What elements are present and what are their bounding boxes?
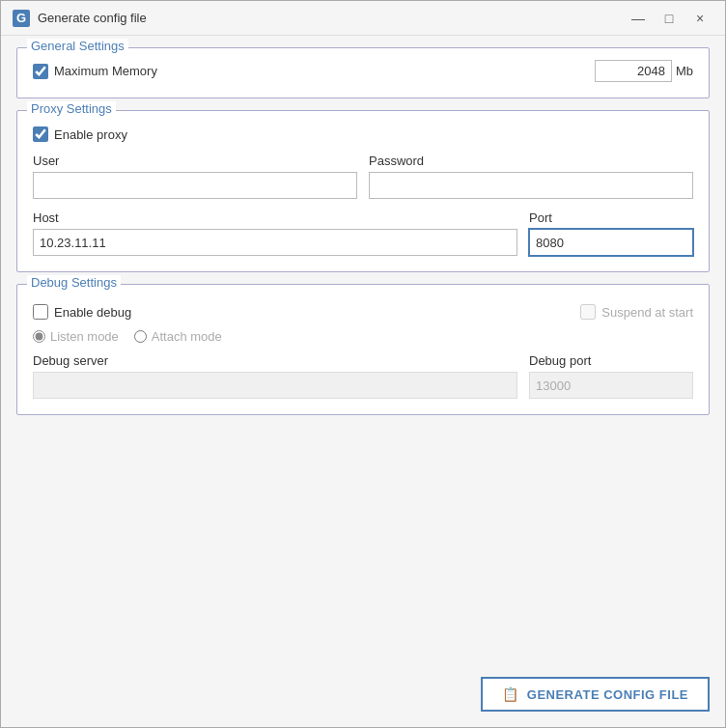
host-port-row: Host Port — [33, 210, 693, 256]
window-controls: — □ × — [625, 8, 713, 29]
debug-port-field: Debug port — [529, 353, 693, 399]
generate-config-button[interactable]: 📋 GENERATE CONFIG FILE — [481, 677, 710, 712]
debug-top-row: Enable debug Suspend at start — [33, 304, 693, 320]
listen-mode-radio[interactable] — [33, 330, 45, 343]
window-title: Generate config file — [38, 11, 147, 25]
debug-server-input[interactable] — [33, 372, 517, 399]
title-bar: G Generate config file — □ × — [1, 1, 725, 36]
max-memory-checkbox-label[interactable]: Maximum Memory — [33, 64, 157, 79]
user-label: User — [33, 154, 357, 168]
enable-debug-checkbox[interactable] — [33, 304, 48, 320]
enable-proxy-row: Enable proxy — [33, 126, 693, 142]
enable-proxy-checkbox[interactable] — [33, 126, 48, 142]
port-label: Port — [529, 210, 693, 225]
general-settings-legend: General Settings — [27, 39, 128, 53]
max-memory-label: Maximum Memory — [54, 64, 157, 78]
proxy-settings-section: Proxy Settings Enable proxy User Passwor… — [16, 110, 710, 272]
listen-mode-radio-label[interactable]: Listen mode — [33, 329, 119, 344]
debug-port-input[interactable] — [529, 372, 693, 399]
max-memory-input[interactable] — [595, 60, 672, 82]
general-settings-section: General Settings Maximum Memory Mb — [16, 47, 710, 98]
user-password-row: User Password — [33, 154, 693, 199]
suspend-at-start-checkbox[interactable] — [580, 304, 596, 320]
app-icon: G — [13, 10, 30, 27]
user-input[interactable] — [33, 172, 357, 199]
generate-icon: 📋 — [502, 686, 519, 702]
password-input[interactable] — [369, 172, 693, 199]
enable-debug-label: Enable debug — [54, 305, 131, 320]
attach-mode-radio-label[interactable]: Attach mode — [134, 329, 222, 344]
close-button[interactable]: × — [686, 8, 713, 29]
attach-mode-radio[interactable] — [134, 330, 147, 343]
debug-port-label: Debug port — [529, 353, 693, 368]
listen-mode-label: Listen mode — [50, 329, 119, 344]
debug-server-field: Debug server — [33, 353, 517, 399]
password-label: Password — [369, 154, 693, 168]
user-field: User — [33, 154, 357, 199]
debug-settings-section: Debug Settings Enable debug Suspend at s… — [16, 284, 710, 415]
attach-mode-label: Attach mode — [152, 329, 222, 344]
host-input[interactable] — [33, 229, 517, 256]
host-field: Host — [33, 210, 517, 256]
generate-button-label: GENERATE CONFIG FILE — [527, 687, 688, 702]
port-field: Port — [529, 210, 693, 256]
main-window: G Generate config file — □ × General Set… — [0, 0, 726, 728]
maximize-button[interactable]: □ — [656, 8, 683, 29]
enable-debug-checkbox-label[interactable]: Enable debug — [33, 304, 131, 320]
content-area: General Settings Maximum Memory Mb Proxy… — [1, 36, 725, 669]
suspend-at-start-checkbox-label[interactable]: Suspend at start — [580, 304, 693, 320]
title-bar-left: G Generate config file — [13, 10, 147, 27]
memory-input-group: Mb — [595, 60, 693, 82]
debug-server-label: Debug server — [33, 353, 517, 368]
port-input[interactable] — [529, 229, 693, 256]
password-field: Password — [369, 154, 693, 199]
max-memory-checkbox[interactable] — [33, 64, 48, 79]
proxy-settings-legend: Proxy Settings — [27, 101, 116, 116]
enable-proxy-checkbox-label[interactable]: Enable proxy — [33, 126, 127, 142]
suspend-at-start-label: Suspend at start — [601, 305, 693, 320]
footer: 📋 GENERATE CONFIG FILE — [1, 669, 725, 727]
general-settings-row: Maximum Memory Mb — [33, 60, 693, 82]
mb-label: Mb — [676, 64, 693, 78]
enable-proxy-label: Enable proxy — [54, 127, 127, 142]
debug-settings-legend: Debug Settings — [27, 275, 121, 290]
host-label: Host — [33, 210, 517, 225]
debug-server-port-row: Debug server Debug port — [33, 353, 693, 399]
mode-radio-group: Listen mode Attach mode — [33, 329, 693, 344]
minimize-button[interactable]: — — [625, 8, 652, 29]
